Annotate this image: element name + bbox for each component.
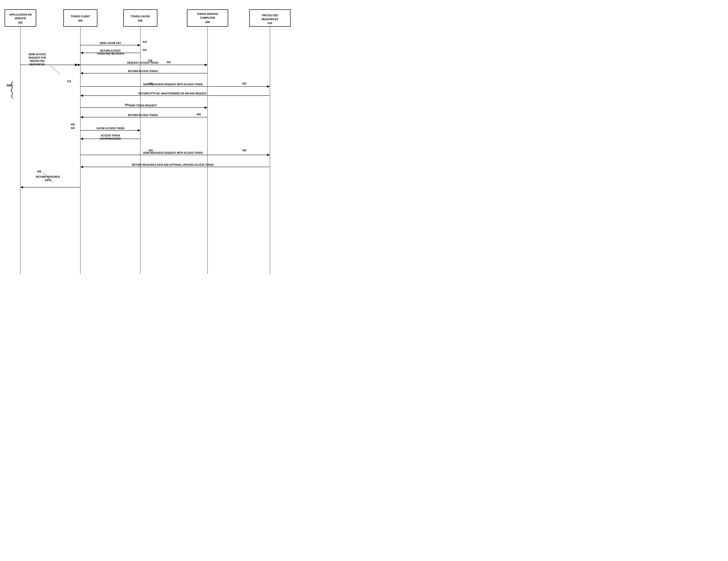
svg-text:COMPUTER: COMPUTER (200, 16, 215, 19)
svg-text:SEND RESOURCE REQUEST WITH ACC: SEND RESOURCE REQUEST WITH ACCESS TOKEN (143, 151, 203, 154)
svg-text:RETURN RESOURCE DATA AND OPTIO: RETURN RESOURCE DATA AND OPTIONAL UPDATE… (132, 163, 214, 166)
svg-marker-23 (78, 64, 80, 66)
svg-text:SEND TOKEN REQUEST: SEND TOKEN REQUEST (129, 104, 157, 107)
svg-text:638: 638 (37, 170, 41, 173)
svg-text:SEND ACCESS: SEND ACCESS (29, 53, 46, 56)
svg-text:RESOURCES: RESOURCES (30, 63, 45, 66)
svg-text:616: 616 (143, 49, 147, 51)
svg-text:RESOURCES: RESOURCES (262, 18, 278, 21)
svg-text:PROTECTED: PROTECTED (30, 60, 45, 62)
svg-text:612: 612 (67, 80, 71, 83)
svg-text:610: 610 (268, 22, 272, 24)
svg-marker-57 (205, 106, 208, 109)
svg-marker-69 (80, 138, 83, 140)
svg-marker-42 (205, 64, 208, 66)
svg-text:626: 626 (125, 103, 129, 106)
svg-text:SEND CACHE KEY: SEND CACHE KEY (100, 42, 121, 44)
svg-text:608: 608 (205, 21, 210, 24)
svg-text:REQUEST FOR: REQUEST FOR (29, 56, 46, 59)
sequence-diagram-svg: APPLICATION OR SERVICE 602 TOKEN CLIENT … (0, 0, 364, 280)
svg-text:TOKEN SERVICE: TOKEN SERVICE (197, 12, 218, 15)
svg-text:PROTECTED: PROTECTED (262, 14, 278, 17)
svg-text:618: 618 (148, 59, 152, 62)
svg-text:REQUEST ACCESS TOKEN: REQUEST ACCESS TOKEN (127, 61, 158, 64)
svg-marker-45 (80, 72, 83, 74)
svg-rect-9 (187, 10, 228, 26)
svg-text:RETURN ACCESS: RETURN ACCESS (100, 49, 121, 52)
svg-text:602: 602 (18, 21, 23, 24)
svg-marker-32 (138, 44, 140, 46)
svg-rect-6 (124, 10, 157, 26)
svg-rect-13 (250, 10, 290, 26)
svg-text:622: 622 (149, 82, 153, 85)
ref-600: 600 (7, 84, 12, 87)
svg-text:SEND RESOURCE REQUEST WITH ACC: SEND RESOURCE REQUEST WITH ACCESS TOKEN (143, 83, 203, 86)
svg-text:620: 620 (167, 61, 171, 64)
svg-text:TOKEN AND METADATA: TOKEN AND METADATA (96, 52, 124, 55)
svg-marker-36 (80, 52, 83, 54)
svg-text:606: 606 (138, 19, 143, 22)
svg-marker-53 (80, 94, 83, 97)
diagram-container: APPLICATION OR SERVICE 602 TOKEN CLIENT … (0, 0, 364, 280)
svg-rect-3 (64, 10, 97, 26)
svg-text:ACKNOWLEDGED: ACKNOWLEDGED (100, 137, 121, 140)
svg-marker-78 (80, 166, 83, 168)
svg-text:RETURN RESOURCE: RETURN RESOURCE (36, 175, 60, 178)
svg-rect-0 (5, 10, 36, 26)
svg-marker-82 (20, 186, 23, 188)
svg-text:RETURN ACCESS TOKEN: RETURN ACCESS TOKEN (128, 114, 157, 116)
actor-app-label: APPLICATION OR (9, 13, 31, 16)
svg-marker-75 (267, 154, 270, 156)
svg-text:ACCESS TOKEN: ACCESS TOKEN (101, 134, 120, 137)
svg-line-85 (43, 172, 53, 182)
svg-text:632: 632 (71, 127, 75, 129)
svg-text:DATA: DATA (45, 179, 51, 181)
svg-text:624: 624 (242, 82, 246, 85)
svg-text:630: 630 (71, 123, 75, 126)
svg-text:RETURN ACCESS TOKEN: RETURN ACCESS TOKEN (128, 70, 157, 72)
svg-text:604: 604 (78, 19, 83, 22)
svg-marker-61 (80, 116, 83, 118)
svg-text:634: 634 (149, 149, 153, 152)
svg-text:628: 628 (197, 113, 201, 116)
svg-text:CACHE ACCESS TOKEN: CACHE ACCESS TOKEN (96, 127, 124, 130)
svg-text:TOKEN CLIENT: TOKEN CLIENT (71, 15, 90, 18)
svg-text:614: 614 (143, 41, 147, 43)
svg-text:636: 636 (242, 149, 246, 152)
svg-text:RETURN HTTP 401 UNAUTHORIZED O: RETURN HTTP 401 UNAUTHORIZED OR 400 BAD … (138, 92, 207, 95)
svg-text:SERVICE: SERVICE (15, 17, 26, 20)
svg-marker-50 (267, 85, 270, 88)
svg-text:TOKEN CACHE: TOKEN CACHE (131, 15, 150, 18)
svg-marker-66 (138, 129, 140, 132)
svg-line-29 (50, 66, 60, 74)
